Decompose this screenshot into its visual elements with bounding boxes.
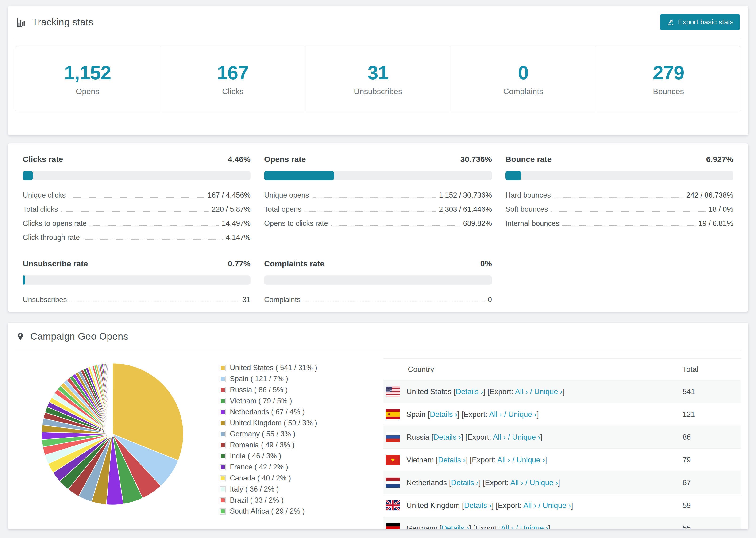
metric-label: Unsubscribes (23, 296, 67, 304)
details-link[interactable]: Details › (434, 433, 461, 441)
export-all-link[interactable]: All › (515, 387, 528, 396)
total-value: 86 (682, 433, 741, 442)
progress-bar (506, 171, 733, 180)
stat-label: Opens (76, 87, 99, 96)
stat-value: 1,152 (64, 62, 111, 84)
table-row: United Kingdom [Details ›] [Export: All … (383, 494, 741, 517)
rate-value: 6.927% (706, 155, 733, 164)
rate-value: 0% (480, 259, 492, 268)
legend-swatch (220, 475, 226, 481)
details-link[interactable]: Details › (451, 478, 478, 487)
legend-item: Canada ( 40 / 2% ) (220, 474, 383, 482)
rate-title: Bounce rate (506, 155, 552, 164)
legend-label: Brazil ( 33 / 2% ) (230, 496, 284, 505)
export-all-link[interactable]: All › (501, 524, 514, 529)
export-all-link[interactable]: All › (523, 501, 536, 510)
metric-label: Opens to clicks rate (264, 219, 328, 228)
metric-value: 2,303 / 61.446% (439, 205, 492, 214)
export-all-link[interactable]: All › (493, 433, 506, 441)
metric-value: 19 / 6.81% (698, 219, 733, 228)
country-links: Russia [Details ›] [Export: All › / Uniq… (406, 433, 543, 442)
country-cell: Netherlands [Details ›] [Export: All › /… (383, 478, 682, 488)
details-link[interactable]: Details › (441, 524, 469, 529)
rates-row-2: Unsubscribe rate0.77%Unsubscribes31Compl… (23, 259, 733, 304)
country-cell: Vietnam [Details ›] [Export: All › / Uni… (383, 455, 682, 465)
legend-label: Vietnam ( 79 / 5% ) (230, 397, 292, 405)
legend-swatch (220, 409, 226, 415)
legend-swatch (220, 420, 226, 426)
rate-value: 30.736% (460, 155, 492, 164)
legend-label: Spain ( 121 / 7% ) (230, 375, 288, 383)
details-link[interactable]: Details › (430, 410, 458, 418)
metric-label: Complaints (264, 296, 300, 304)
export-all-link[interactable]: All › (489, 410, 502, 418)
country-links: Spain [Details ›] [Export: All › / Uniqu… (406, 410, 539, 419)
export-unique-link[interactable]: Unique › (508, 410, 537, 418)
export-unique-link[interactable]: Unique › (530, 478, 558, 487)
dotted-leader (312, 197, 436, 198)
country-name: Spain (406, 410, 426, 418)
country-links: United States [Details ›] [Export: All ›… (406, 387, 565, 396)
metric-row: Internal bounces19 / 6.81% (506, 219, 733, 228)
progress-bar (23, 275, 250, 285)
metric-rows: Unsubscribes31 (23, 296, 250, 304)
dotted-leader (304, 211, 436, 212)
export-unique-link[interactable]: Unique › (520, 524, 549, 529)
country-cell: Russia [Details ›] [Export: All › / Uniq… (383, 432, 682, 442)
country-name: United States (406, 387, 452, 396)
progress-fill (23, 275, 25, 285)
export-basic-stats-button[interactable]: Export basic stats (660, 14, 740, 30)
legend-swatch (220, 508, 226, 514)
us-flag-icon (386, 387, 400, 397)
metric-label: Total opens (264, 205, 301, 214)
legend-label: United Kingdom ( 59 / 3% ) (230, 419, 317, 427)
rates-card: Clicks rate4.46%Unique clicks167 / 4.456… (8, 143, 748, 312)
export-all-link[interactable]: All › (511, 478, 523, 487)
details-link[interactable]: Details › (438, 456, 465, 464)
metric-row: Unsubscribes31 (23, 296, 250, 304)
details-link[interactable]: Details › (464, 501, 491, 510)
details-link[interactable]: Details › (456, 387, 483, 396)
metric-row: Hard bounces242 / 86.738% (506, 191, 733, 199)
legend-item: Netherlands ( 67 / 4% ) (220, 408, 383, 416)
country-cell: Germany [Details ›] [Export: All › / Uni… (383, 523, 682, 529)
legend-item: United Kingdom ( 59 / 3% ) (220, 419, 383, 427)
export-unique-link[interactable]: Unique › (512, 433, 540, 441)
geo-table: CountryTotalUnited States [Details ›] [E… (383, 358, 741, 529)
export-all-link[interactable]: All › (497, 456, 510, 464)
country-name: Russia (406, 433, 429, 441)
export-unique-link[interactable]: Unique › (534, 387, 563, 396)
stat-card-complaints: 0Complaints (451, 46, 596, 111)
metric-row: Total opens2,303 / 61.446% (264, 205, 492, 214)
metric-label: Unique opens (264, 191, 309, 199)
legend-item: Vietnam ( 79 / 5% ) (220, 397, 383, 405)
legend-swatch (220, 453, 226, 459)
legend-swatch (220, 486, 226, 493)
table-row: United States [Details ›] [Export: All ›… (383, 380, 741, 403)
legend-item: France ( 42 / 2% ) (220, 463, 383, 471)
legend-item: Germany ( 55 / 3% ) (220, 430, 383, 438)
export-unique-link[interactable]: Unique › (543, 501, 571, 510)
column-header-total: Total (682, 365, 741, 374)
country-links: Germany [Details ›] [Export: All › / Uni… (406, 524, 551, 529)
metric-label: Click through rate (23, 233, 80, 242)
rate-panel-complaints: Complaints rate0%Complaints0 (264, 259, 492, 304)
dotted-leader (551, 211, 706, 212)
geo-title: Campaign Geo Opens (30, 331, 128, 342)
metric-row: Unique opens1,152 / 30.736% (264, 191, 492, 199)
dotted-leader (69, 197, 205, 198)
rate-panel-unsubscribe: Unsubscribe rate0.77%Unsubscribes31 (23, 259, 250, 304)
metric-rows: Complaints0 (264, 296, 492, 304)
campaign-geo-opens-card: Campaign Geo Opens United States ( 541 /… (8, 322, 748, 529)
total-value: 79 (682, 456, 741, 464)
metric-value: 14.497% (222, 219, 250, 228)
column-header-country: Country (383, 365, 682, 374)
metric-label: Unique clicks (23, 191, 66, 199)
rate-panel-clicks: Clicks rate4.46%Unique clicks167 / 4.456… (23, 155, 250, 242)
export-unique-link[interactable]: Unique › (516, 456, 545, 464)
legend-label: France ( 42 / 2% ) (230, 463, 288, 471)
table-row: Vietnam [Details ›] [Export: All › / Uni… (383, 449, 741, 471)
stat-value: 0 (518, 62, 528, 84)
legend-label: United States ( 541 / 31% ) (230, 364, 317, 372)
metric-label: Hard bounces (506, 191, 551, 199)
